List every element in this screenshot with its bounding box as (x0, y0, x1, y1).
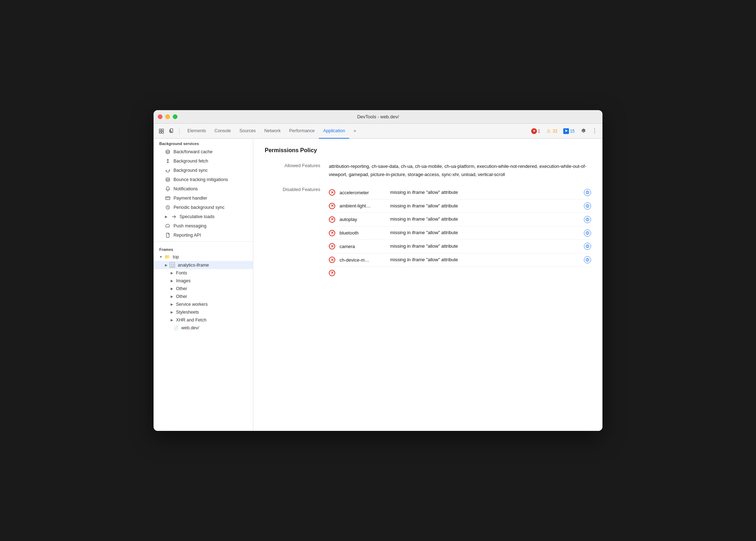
ambient-link-icon[interactable] (584, 202, 591, 210)
frame-sw-label: Service workers (176, 302, 208, 307)
frame-top[interactable]: ▼ 📁 top (154, 253, 253, 261)
warning-badge[interactable]: ⚠ 32 (544, 128, 559, 135)
svg-rect-2 (159, 132, 161, 133)
autoplay-name: autoplay (340, 217, 386, 222)
sidebar-item-background-fetch[interactable]: Background fetch (154, 156, 253, 166)
svg-point-13 (587, 192, 588, 192)
close-button[interactable] (158, 114, 162, 119)
bluetooth-error-icon: ✕ (329, 230, 335, 236)
svg-point-15 (587, 205, 588, 206)
top-frame-arrow-icon: ▼ (159, 255, 162, 259)
sidebar-item-back-forward-cache[interactable]: Back/forward cache (154, 147, 253, 156)
frame-images-label: Images (176, 278, 191, 283)
sidebar-divider (154, 241, 253, 242)
webdev-doc-icon: 📄 (174, 326, 178, 330)
other1-arrow-icon: ▶ (171, 287, 173, 290)
frame-webdev[interactable]: 📄 web.dev/ (154, 324, 253, 332)
more-options-button[interactable]: ⋮ (590, 126, 600, 136)
frame-xhr-fetch[interactable]: ▶ XHR and Fetch (154, 316, 253, 324)
stylesheets-arrow-icon: ▶ (171, 310, 173, 314)
info-icon: ⚑ (563, 128, 569, 134)
bounce-tracking-label: Bounce tracking mitigations (174, 177, 247, 182)
other2-arrow-icon: ▶ (171, 295, 173, 298)
svg-point-23 (587, 259, 588, 259)
partial-error-icon: ✕ (329, 270, 335, 276)
accelerometer-link-icon[interactable] (584, 189, 591, 196)
frame-service-workers[interactable]: ▶ Service workers (154, 300, 253, 308)
tab-application[interactable]: Application (319, 124, 349, 139)
sidebar-item-periodic-bg-sync[interactable]: Periodic background sync (154, 203, 253, 212)
svg-point-19 (587, 232, 588, 233)
info-badge[interactable]: ⚑ 15 (561, 128, 577, 135)
devtools-window: DevTools - web.dev/ Elements Console Sou… (154, 110, 602, 431)
images-arrow-icon: ▶ (171, 279, 173, 283)
toolbar: Elements Console Sources Network Perform… (154, 124, 602, 139)
clock-icon (165, 205, 171, 210)
ambient-name: ambient-light… (340, 203, 386, 208)
background-services-title: Background services (154, 139, 253, 147)
maximize-button[interactable] (173, 114, 177, 119)
frame-analytics-iframe[interactable]: ▶ ◻ analytics-iframe (154, 261, 253, 269)
permissions-policy-title: Permissions Policy (265, 147, 591, 154)
tab-network[interactable]: Network (260, 124, 285, 139)
sidebar-item-notifications[interactable]: Notifications (154, 184, 253, 194)
inspect-icon[interactable] (156, 126, 166, 136)
frame-other-1[interactable]: ▶ Other (154, 285, 253, 293)
sidebar-item-bounce-tracking[interactable]: Bounce tracking mitigations (154, 175, 253, 184)
tab-list: Elements Console Sources Network Perform… (183, 124, 528, 139)
periodic-bg-sync-label: Periodic background sync (174, 205, 247, 210)
frames-title: Frames (154, 244, 253, 253)
error-badge[interactable]: ✕ 1 (529, 128, 543, 135)
autoplay-link-icon[interactable] (584, 216, 591, 223)
tab-performance[interactable]: Performance (285, 124, 319, 139)
sidebar-item-reporting-api[interactable]: Reporting API (154, 231, 253, 240)
svg-point-17 (587, 219, 588, 219)
back-forward-cache-label: Back/forward cache (174, 149, 247, 154)
sidebar-item-payment-handler[interactable]: Payment handler (154, 194, 253, 203)
autoplay-error-icon: ✕ (329, 216, 335, 223)
frame-stylesheets[interactable]: ▶ Stylesheets (154, 308, 253, 316)
feature-row-accelerometer: ✕ accelerometer missing in iframe "allow… (329, 186, 591, 200)
main-content: Background services Back/forward cache (154, 139, 602, 431)
main-panel: Permissions Policy Allowed Features attr… (253, 139, 602, 431)
toolbar-separator (179, 128, 180, 135)
error-count: 1 (538, 129, 540, 134)
svg-rect-9 (166, 197, 170, 200)
svg-point-6 (171, 132, 172, 132)
autoplay-desc: missing in iframe "allow" attribute (390, 216, 580, 223)
sidebar-item-speculative-loads[interactable]: ▶ Speculative loads (154, 212, 253, 221)
sidebar-item-push-messaging[interactable]: Push messaging (154, 221, 253, 231)
ch-device-link-icon[interactable] (584, 256, 591, 263)
device-icon[interactable] (167, 126, 177, 136)
tab-more[interactable]: » (349, 124, 360, 139)
sidebar-item-background-sync[interactable]: Background sync (154, 166, 253, 175)
warning-icon: ⚠ (546, 128, 552, 134)
camera-link-icon[interactable] (584, 243, 591, 250)
svg-point-8 (166, 178, 170, 179)
tab-console[interactable]: Console (210, 124, 235, 139)
frame-images[interactable]: ▶ Images (154, 277, 253, 285)
svg-rect-1 (162, 129, 164, 131)
payment-handler-label: Payment handler (174, 196, 247, 201)
frame-other-2[interactable]: ▶ Other (154, 293, 253, 300)
bounce-icon (165, 177, 171, 182)
tab-sources[interactable]: Sources (235, 124, 260, 139)
window-title: DevTools - web.dev/ (357, 114, 399, 119)
sync-icon (165, 168, 171, 173)
frame-fonts[interactable]: ▶ Fonts (154, 269, 253, 277)
arrow-updown-icon (165, 158, 171, 164)
frame-xhr-label: XHR and Fetch (176, 318, 206, 323)
notifications-label: Notifications (174, 186, 247, 191)
frame-other2-label: Other (176, 294, 187, 299)
bluetooth-link-icon[interactable] (584, 230, 591, 237)
speculative-arrow-icon: ▶ (165, 215, 167, 218)
settings-button[interactable] (578, 126, 588, 136)
tab-elements[interactable]: Elements (183, 124, 210, 139)
traffic-lights (158, 114, 177, 119)
minimize-button[interactable] (165, 114, 170, 119)
svg-rect-3 (162, 132, 164, 133)
sidebar: Background services Back/forward cache (154, 139, 253, 431)
xhr-arrow-icon: ▶ (171, 318, 173, 322)
frame-stylesheets-label: Stylesheets (176, 310, 199, 315)
toolbar-right: ✕ 1 ⚠ 32 ⚑ 15 ⋮ (529, 126, 600, 136)
